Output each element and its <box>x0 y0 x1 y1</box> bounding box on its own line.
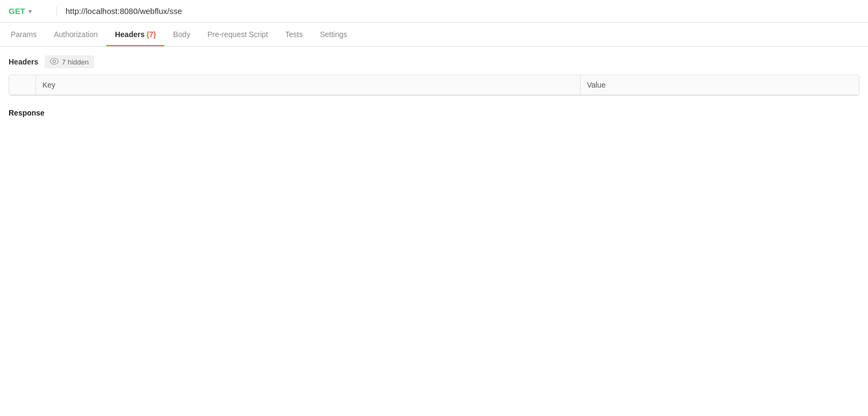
hidden-count: 7 hidden <box>62 58 89 66</box>
eye-icon <box>50 58 59 66</box>
tab-tests[interactable]: Tests <box>277 23 312 46</box>
headers-table: Key Value <box>9 75 859 96</box>
method-selector[interactable]: GET ▾ <box>9 6 57 16</box>
tab-params[interactable]: Params <box>9 23 45 46</box>
table-col-value: Value <box>581 75 859 95</box>
table-header-row: Key Value <box>9 75 859 95</box>
url-input[interactable] <box>57 6 859 16</box>
table-col-checkbox <box>9 75 36 95</box>
headers-section: Headers 7 hidden Key Value <box>0 47 868 100</box>
tab-settings[interactable]: Settings <box>312 23 356 46</box>
svg-point-1 <box>53 60 56 63</box>
tab-authorization[interactable]: Authorization <box>45 23 106 46</box>
request-bar: GET ▾ <box>0 0 868 23</box>
svg-point-0 <box>50 59 59 64</box>
tab-pre-request-script[interactable]: Pre-request Script <box>199 23 277 46</box>
chevron-down-icon: ▾ <box>28 8 32 15</box>
headers-label: Headers <box>9 58 38 66</box>
headers-label-row: Headers 7 hidden <box>9 55 859 68</box>
tab-headers[interactable]: Headers (7) <box>106 23 164 46</box>
response-section: Response <box>0 100 868 126</box>
table-col-key: Key <box>36 75 581 95</box>
hidden-badge[interactable]: 7 hidden <box>45 55 94 68</box>
method-label: GET <box>9 6 25 16</box>
response-label: Response <box>9 109 45 117</box>
tabs-bar: Params Authorization Headers (7) Body Pr… <box>0 23 868 47</box>
tab-body[interactable]: Body <box>164 23 199 46</box>
